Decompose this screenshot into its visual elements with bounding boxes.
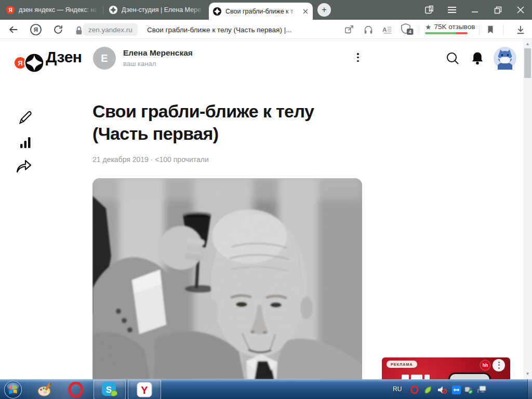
tab-fade (286, 3, 303, 20)
browser-toolbar: Я zen.yandex.ru Свои грабли-ближе к телу… (0, 20, 532, 39)
tab-fade (83, 0, 101, 20)
domain-chip[interactable]: zen.yandex.ru (83, 23, 138, 36)
page-scrollbar[interactable]: ▲ ▼ (523, 39, 532, 379)
svg-text:Я: Я (18, 59, 22, 67)
ad-cropped-text (402, 375, 430, 379)
browser-menu-icon[interactable] (443, 0, 461, 20)
yandex-favicon: Я (6, 6, 15, 14)
reviews-label: 75K отзывов (434, 23, 475, 31)
tab-2[interactable]: Дзен-студия | Елена Мере (105, 0, 207, 20)
stats-chart-icon[interactable] (19, 135, 32, 152)
channel-name[interactable]: Елена Меренская (123, 48, 193, 58)
tray-teamviewer-icon[interactable] (450, 380, 462, 399)
svg-text:A: A (382, 26, 387, 33)
start-button[interactable] (2, 380, 24, 399)
ad-phone-image (448, 373, 491, 379)
window-restore-button[interactable] (488, 0, 507, 20)
yandex-home-button[interactable]: Я (29, 22, 43, 37)
user-avatar[interactable] (494, 47, 516, 72)
zen-favicon (213, 7, 221, 16)
scrollbar-thumb[interactable] (524, 48, 531, 78)
tab-fade (189, 0, 207, 20)
ad-menu-kebab-icon[interactable] (493, 359, 505, 371)
taskbar-paint-icon[interactable] (32, 380, 57, 399)
download-icon[interactable] (513, 22, 528, 37)
article-title: Свои грабли-ближе к телу (Часть первая) (92, 100, 357, 144)
article-meta: 21 декабря 2019 · <100 прочитали (92, 155, 209, 164)
reload-button[interactable] (51, 22, 65, 37)
tray-volume-muted-icon[interactable] (435, 380, 449, 399)
zen-logo-text[interactable]: Дзен (46, 48, 82, 66)
shield-badge: 4 (409, 29, 411, 34)
channel-menu-kebab-icon[interactable] (354, 51, 362, 63)
notifications-bell-icon[interactable] (471, 51, 484, 68)
domain-text: zen.yandex.ru (88, 26, 132, 34)
show-desktop-button[interactable] (527, 379, 532, 399)
zen-favicon (109, 6, 117, 14)
scroll-down-icon[interactable]: ▼ (523, 371, 532, 376)
browser-tabbar: Я дзен яндекс — Яндекс: на Дзен-студия |… (0, 0, 532, 20)
article-photo (92, 178, 362, 379)
reader-mode-icon[interactable]: A (380, 22, 394, 37)
page-title: Свои грабли-ближе к телу (Часть первая) … (147, 26, 318, 34)
audio-listen-icon[interactable] (361, 22, 376, 37)
toolbar-divider (479, 24, 480, 35)
tray-lightshot-icon[interactable] (422, 380, 434, 399)
tray-opera-icon[interactable] (408, 380, 421, 399)
back-button[interactable] (6, 22, 21, 37)
bookmark-icon[interactable] (483, 22, 498, 37)
svg-text:S: S (106, 385, 112, 395)
svg-text:Y: Y (141, 384, 148, 396)
window-close-button[interactable] (511, 0, 530, 20)
rating-bar (425, 32, 468, 34)
search-icon[interactable] (445, 51, 460, 68)
toolbar-divider (419, 24, 419, 35)
edit-pencil-icon[interactable] (17, 109, 33, 127)
scroll-up-icon[interactable]: ▲ (523, 42, 532, 46)
ad-hh-logo: hh (481, 361, 490, 370)
tray-usb-icon[interactable] (462, 380, 475, 399)
tab-1[interactable]: Я дзен яндекс — Яндекс: на (2, 0, 101, 20)
share-icon[interactable] (342, 22, 356, 37)
channel-subtitle: ваш канал (123, 60, 156, 68)
language-indicator[interactable]: RU (393, 385, 402, 393)
toolbar-divider (503, 24, 503, 35)
taskbar: S Y RU 9:17 31 (0, 379, 532, 399)
tab-title: Свои грабли-ближе к т (225, 8, 294, 15)
side-panel-icon[interactable] (420, 0, 438, 20)
reviews-widget[interactable]: ★ 75K отзывов (425, 23, 475, 34)
ad-banner[interactable]: РЕКЛАМА hh (382, 357, 510, 379)
tab-active[interactable]: Свои грабли-ближе к т (209, 3, 313, 20)
new-tab-button[interactable]: + (317, 3, 331, 17)
share-arrow-icon[interactable] (16, 158, 32, 176)
tray-network-icon[interactable] (475, 380, 488, 399)
window-minimize-button[interactable] (466, 0, 484, 20)
screen: Я дзен яндекс — Яндекс: на Дзен-студия |… (0, 0, 532, 399)
taskbar-opera-icon[interactable] (63, 380, 88, 399)
svg-text:Я: Я (34, 26, 38, 33)
channel-avatar[interactable]: E (93, 47, 116, 70)
svg-text:Я: Я (8, 7, 12, 13)
rating-bar-positive (425, 32, 456, 34)
taskbar-skype-lightshot-button[interactable]: S (94, 380, 126, 399)
taskbar-yandex-browser-button[interactable]: Y (128, 380, 161, 399)
rating-bar-negative (456, 32, 468, 34)
page-content: Я Дзен E Елена Меренская ваш канал (0, 39, 532, 379)
ad-label: РЕКЛАМА (387, 361, 417, 368)
protect-shield-icon[interactable]: 4 (399, 22, 417, 37)
tab-divider (103, 6, 103, 14)
star-icon: ★ (425, 23, 432, 31)
